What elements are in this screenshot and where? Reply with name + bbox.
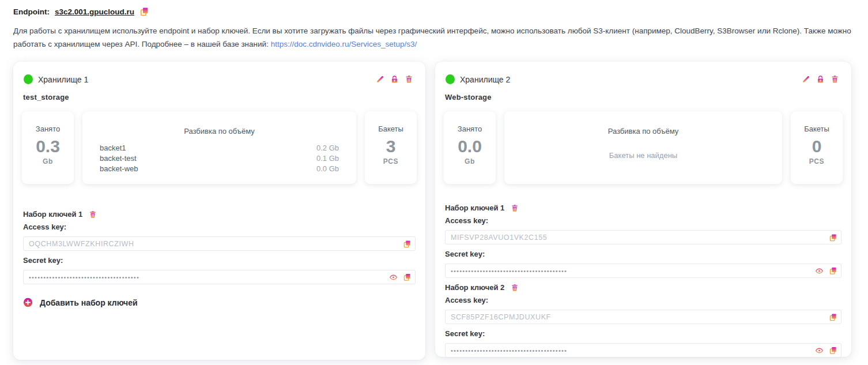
used-value: 0.3 bbox=[36, 137, 60, 156]
keyset-1: Набор ключей 1 Access key: Secret key: bbox=[22, 210, 417, 284]
input-icons bbox=[815, 346, 837, 355]
plus-circle-icon bbox=[23, 298, 33, 307]
breakdown-row: backet-web 0.0 Gb bbox=[100, 164, 339, 174]
copy-icon[interactable] bbox=[403, 273, 411, 281]
trash-icon[interactable] bbox=[831, 75, 839, 84]
s3-storage-page: Endpoint: s3c2.001.gpucloud.ru Для работ… bbox=[0, 0, 868, 360]
storage-card-2: Хранилище 2 Web-storage Занято 0.0 Gb Ра… bbox=[435, 62, 851, 357]
keyset-header: Набор ключей 1 bbox=[23, 210, 416, 219]
card-actions bbox=[802, 75, 839, 84]
storage-title: Хранилище 1 bbox=[38, 75, 88, 84]
keyset-header: Набор ключей 1 bbox=[445, 204, 841, 212]
volume-breakdown: Разбивка по объёму Бакеты не найдены bbox=[504, 111, 782, 184]
access-key-label: Access key: bbox=[23, 223, 416, 231]
copy-icon[interactable] bbox=[403, 240, 411, 248]
secret-key-field bbox=[445, 343, 841, 358]
secret-key-label: Secret key: bbox=[23, 256, 416, 265]
trash-icon[interactable] bbox=[511, 284, 519, 292]
secret-key-input[interactable] bbox=[23, 270, 416, 284]
used-label: Занято bbox=[36, 125, 60, 133]
access-key-input[interactable] bbox=[23, 236, 416, 251]
used-stat: Занято 0.0 Gb bbox=[444, 111, 496, 184]
add-keyset-label: Добавить набор ключей bbox=[40, 298, 138, 307]
storage-cards: Хранилище 1 test_storage Занято 0.3 Gb Р… bbox=[13, 62, 855, 360]
buckets-unit: PCS bbox=[809, 157, 824, 165]
add-keyset-button[interactable]: Добавить набор ключей bbox=[23, 298, 138, 307]
breakdown-title: Разбивка по объёму bbox=[522, 127, 765, 136]
keyset-title: Набор ключей 1 bbox=[23, 210, 82, 219]
storage-name: Web-storage bbox=[445, 93, 843, 101]
buckets-stat: Бакеты 0 PCS bbox=[791, 111, 843, 184]
bucket-name: backet-test bbox=[100, 153, 137, 164]
buckets-label: Бакеты bbox=[378, 125, 403, 133]
input-icons bbox=[389, 273, 411, 281]
trash-icon[interactable] bbox=[511, 204, 519, 212]
keyset-title: Набор ключей 1 bbox=[445, 204, 504, 212]
copy-icon[interactable] bbox=[829, 234, 837, 242]
buckets-value: 0 bbox=[812, 137, 822, 156]
description-body: Для работы с хранилищем используйте endp… bbox=[13, 27, 851, 48]
bucket-size: 0.2 Gb bbox=[316, 143, 339, 153]
bucket-name: backet-web bbox=[100, 164, 138, 174]
access-key-input[interactable] bbox=[445, 310, 841, 324]
eye-icon[interactable] bbox=[815, 266, 824, 275]
breakdown-row: backet-test 0.1 Gb bbox=[100, 153, 339, 164]
status-dot bbox=[24, 74, 33, 84]
copy-icon[interactable] bbox=[139, 7, 149, 16]
bucket-size: 0.1 Gb bbox=[316, 153, 339, 164]
pencil-icon[interactable] bbox=[376, 75, 384, 84]
trash-icon[interactable] bbox=[89, 210, 97, 219]
buckets-label: Бакеты bbox=[804, 125, 829, 133]
volume-breakdown: Разбивка по объёму backet1 0.2 Gb backet… bbox=[82, 111, 356, 184]
trash-icon[interactable] bbox=[405, 75, 413, 84]
access-key-field bbox=[445, 310, 841, 324]
storage-card-1: Хранилище 1 test_storage Занято 0.3 Gb Р… bbox=[13, 62, 425, 360]
secret-key-field bbox=[23, 270, 416, 284]
lock-icon[interactable] bbox=[390, 75, 399, 84]
endpoint-link[interactable]: s3c2.001.gpucloud.ru bbox=[55, 7, 134, 16]
description-text: Для работы с хранилищем используйте endp… bbox=[13, 25, 855, 51]
lock-icon[interactable] bbox=[816, 75, 825, 84]
access-key-input[interactable] bbox=[445, 230, 841, 244]
secret-key-label: Secret key: bbox=[445, 329, 841, 338]
input-icons bbox=[403, 240, 411, 248]
doc-link[interactable]: https://doc.cdnvideo.ru/Services_setup/s… bbox=[271, 40, 417, 48]
input-icons bbox=[815, 266, 837, 275]
bucket-name: backet1 bbox=[100, 143, 126, 153]
copy-icon[interactable] bbox=[829, 313, 837, 321]
keyset-2: Набор ключей 2 Access key: Secret key: bbox=[444, 283, 843, 358]
eye-icon[interactable] bbox=[389, 273, 398, 281]
breakdown-empty-text: Бакеты не найдены bbox=[522, 151, 765, 160]
status-dot bbox=[446, 74, 455, 84]
endpoint-label: Endpoint: bbox=[13, 7, 50, 16]
secret-key-label: Secret key: bbox=[445, 250, 841, 258]
breakdown-row: backet1 0.2 Gb bbox=[100, 143, 339, 153]
card-header: Хранилище 2 bbox=[444, 73, 843, 84]
input-icons bbox=[829, 234, 837, 242]
access-key-field bbox=[445, 230, 841, 244]
pencil-icon[interactable] bbox=[802, 75, 810, 84]
secret-key-field bbox=[445, 264, 841, 278]
keyset-1: Набор ключей 1 Access key: Secret key: bbox=[444, 204, 843, 278]
access-key-field bbox=[23, 236, 416, 251]
input-icons bbox=[829, 313, 837, 321]
copy-icon[interactable] bbox=[829, 267, 837, 275]
storage-name: test_storage bbox=[23, 93, 417, 101]
card-header: Хранилище 1 bbox=[22, 73, 417, 84]
secret-key-input[interactable] bbox=[445, 343, 841, 358]
stats-row: Занято 0.3 Gb Разбивка по объёму backet1… bbox=[22, 111, 417, 184]
keyset-header: Набор ключей 2 bbox=[445, 283, 841, 292]
breakdown-title: Разбивка по объёму bbox=[100, 127, 339, 136]
used-value: 0.0 bbox=[458, 137, 482, 156]
storage-title: Хранилище 2 bbox=[460, 75, 510, 84]
copy-icon[interactable] bbox=[829, 347, 837, 355]
bucket-size: 0.0 Gb bbox=[316, 164, 339, 174]
used-unit: Gb bbox=[43, 157, 53, 165]
keyset-title: Набор ключей 2 bbox=[445, 283, 504, 292]
used-stat: Занято 0.3 Gb bbox=[22, 111, 74, 184]
access-key-label: Access key: bbox=[445, 216, 841, 225]
eye-icon[interactable] bbox=[815, 346, 824, 355]
secret-key-input[interactable] bbox=[445, 264, 841, 278]
buckets-unit: PCS bbox=[383, 157, 398, 165]
breakdown-rows: backet1 0.2 Gb backet-test 0.1 Gb backet… bbox=[100, 143, 339, 174]
